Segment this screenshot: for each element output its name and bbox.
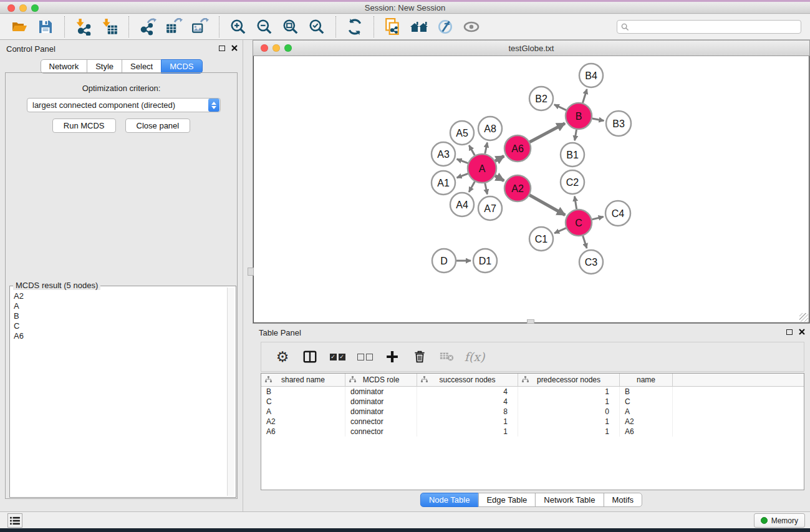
mcds-panel: Optimization criterion: largest connecte… [5,72,238,499]
resize-grip[interactable] [799,313,808,322]
graph-edge-A-A1[interactable] [457,173,468,178]
table-row[interactable]: Cdominator41C [261,397,804,407]
table-row[interactable]: Bdominator41B [261,387,804,397]
graph-edge-B-B2[interactable] [554,105,566,110]
duplicate-network-icon[interactable] [383,17,403,37]
mcds-result-box: MCDS result (5 nodes) A2ABCA6 [9,286,236,498]
zoom-out-icon[interactable] [254,17,274,37]
graph-edge-A-A2[interactable] [495,176,504,181]
graph-edge-A-A5[interactable] [469,145,475,155]
search-field[interactable] [617,20,801,34]
zoom-in-icon[interactable] [228,17,248,37]
result-item-a6[interactable]: A6 [12,331,226,341]
close-panel-icon[interactable] [231,45,238,51]
close-panel-button[interactable]: Close panel [125,118,191,133]
export-network-icon[interactable] [138,17,158,37]
export-table-icon[interactable] [164,17,184,37]
tab-mcds[interactable]: MCDS [161,59,202,74]
cell-successor-nodes: 1 [417,427,518,437]
shared-column-icon [421,376,428,385]
graph-edge-B-B4[interactable] [582,89,587,103]
run-mcds-button[interactable]: Run MCDS [52,118,116,133]
vertical-splitter-handle[interactable] [248,268,254,276]
zoom-selected-icon[interactable] [307,17,327,37]
settings-icon[interactable]: ⚙ [274,349,291,365]
column-header-successor-nodes[interactable]: successor nodes [417,374,518,386]
graph-edge-A-A8[interactable] [485,143,488,154]
graph-edge-A-A4[interactable] [469,181,475,192]
unselect-all-checkboxes-icon[interactable] [357,349,373,365]
graph-edge-C-C4[interactable] [592,217,603,220]
graph-edge-B-B3[interactable] [592,118,604,121]
import-table-icon[interactable] [100,17,120,37]
export-image-icon[interactable] [190,17,210,37]
cell-shared-name: A2 [261,417,345,427]
show-graphics-details-icon[interactable] [435,17,455,37]
column-header-mcds-role[interactable]: MCDS role [345,374,417,386]
import-network-icon[interactable] [74,17,94,37]
column-header-predecessor-nodes[interactable]: predecessor nodes [518,374,620,386]
tab-network-table[interactable]: Network Table [535,493,604,507]
search-input[interactable] [632,22,797,31]
graph-node-label-A: A [479,163,486,174]
save-session-icon[interactable] [36,17,55,37]
close-table-panel-icon[interactable] [799,329,805,335]
result-item-a[interactable]: A [12,301,226,311]
cell-mcds-role: connector [345,427,417,437]
graph-edge-C-C1[interactable] [554,228,566,233]
tab-node-table[interactable]: Node Table [420,493,479,507]
hide-panels-icon[interactable] [409,17,429,37]
function-builder-icon[interactable]: f(x) [466,349,483,365]
result-item-c[interactable]: C [12,321,226,331]
graph-edge-A-A6[interactable] [495,156,504,161]
cell-predecessor-nodes: 1 [518,427,620,437]
cell-predecessor-nodes: 1 [518,387,620,397]
tab-network[interactable]: Network [40,59,87,74]
graph-edge-A-A7[interactable] [485,183,488,195]
cell-successor-nodes: 4 [417,387,518,397]
network-canvas[interactable]: AA5A8A3A1A4A7A6A2BB4B2B3B1CC2C4C1C3DD1 [253,56,809,323]
delete-row-icon[interactable] [412,349,428,365]
add-row-icon[interactable] [384,349,400,365]
graph-edge-A6-B[interactable] [529,123,564,142]
horizontal-splitter-handle[interactable] [527,319,534,324]
float-panel-icon[interactable] [219,46,225,51]
main-toolbar [0,14,810,40]
open-session-icon[interactable] [9,17,29,37]
mcds-result-title: MCDS result (5 nodes) [13,281,100,290]
select-all-checkboxes-icon[interactable]: ✓✓ [329,349,345,365]
graph-edge-C-C2[interactable] [574,196,576,210]
birds-eye-view-icon[interactable] [461,17,481,37]
result-item-b[interactable]: B [12,311,226,321]
graph-edge-B-B1[interactable] [575,130,577,141]
memory-button[interactable]: Memory [754,513,805,528]
tab-edge-table[interactable]: Edge Table [478,493,536,507]
graph-edge-C-C3[interactable] [583,236,587,248]
tab-motifs[interactable]: Motifs [603,493,642,507]
column-header-name[interactable]: name [620,374,673,386]
table-row[interactable]: Adominator80A [261,407,804,417]
float-table-panel-icon[interactable] [786,329,793,335]
column-header-shared-name[interactable]: shared name [261,374,345,386]
criterion-dropdown[interactable]: largest connected component (directed) [27,98,221,112]
graph-node-label-D1: D1 [479,256,492,266]
result-scrollbar[interactable] [227,288,234,496]
table-row[interactable]: A6connector11A6 [261,427,804,437]
desktop-strip-bottom [0,528,810,532]
table-row[interactable]: A2connector11A2 [261,417,804,427]
zoom-fit-icon[interactable] [281,17,301,37]
result-item-a2[interactable]: A2 [12,291,226,301]
dropdown-stepper-icon [208,99,219,112]
graph-node-label-A8: A8 [484,123,496,134]
tab-select[interactable]: Select [122,59,162,74]
graph-edge-A2-C[interactable] [529,195,565,215]
network-window-title: testGlobe.txt [253,44,809,53]
refresh-icon[interactable] [345,17,365,37]
tab-style[interactable]: Style [87,59,122,74]
create-column-icon[interactable] [302,349,318,365]
delete-table-icon[interactable] [439,349,455,365]
cell-predecessor-nodes: 1 [518,397,620,407]
graph-edge-A-A3[interactable] [457,159,468,163]
shared-column-icon [522,376,529,385]
task-history-button[interactable] [7,513,22,528]
